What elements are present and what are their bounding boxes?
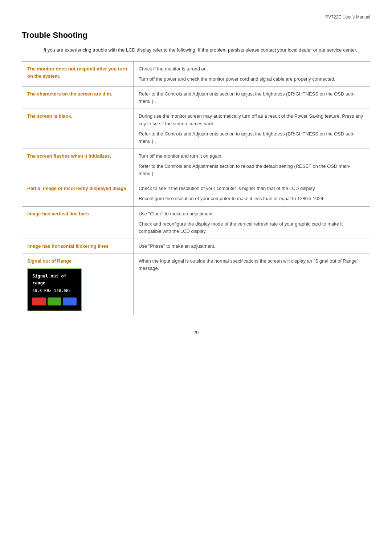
problem-cell-4: Partial image or incorrectly displayed i… <box>22 181 134 206</box>
problem-cell-1: The characters on the screen are dim. <box>22 87 134 109</box>
solution-para: Refer to the Controls and Adjustments se… <box>139 163 365 177</box>
solution-para: Check if the monitor is turned on. <box>139 65 365 73</box>
troubleshooting-table: The monitor does not respond after you t… <box>22 61 370 315</box>
solution-cell-2: During use the monitor screen may automa… <box>133 109 370 149</box>
solution-cell-1: Refer to the Controls and Adjustments se… <box>133 87 370 109</box>
manual-title: PV722E User's Manual <box>325 15 370 20</box>
bar-green <box>48 297 61 305</box>
solution-cell-7: When the input signal is outside the nor… <box>133 254 370 315</box>
problem-cell-2: The screen is blank. <box>22 109 134 149</box>
solution-para: Use "Phase" to make an adjustment. <box>139 243 365 250</box>
page-header: PV722E User's Manual <box>22 15 370 20</box>
intro-paragraph: If you are experiencing trouble with the… <box>44 46 370 54</box>
solution-para: Turn off the monitor and turn it on agai… <box>139 153 365 160</box>
solution-para: When the input signal is outside the nor… <box>139 258 365 272</box>
problem-cell-6: Image has horizontal flickering lines <box>22 239 134 254</box>
problem-cell-3: The screen flashes when it initializes. <box>22 149 134 181</box>
problem-cell-7: Signal out of RangeSignal out of range40… <box>22 254 134 315</box>
solution-cell-5: Use "Clock" to make an adjustment.Check … <box>133 206 370 239</box>
solution-para: During use the monitor screen may automa… <box>139 113 365 127</box>
solution-para: Turn off the power and check the monitor… <box>139 76 365 83</box>
page-number: 29 <box>22 330 370 335</box>
signal-box-title: Signal out of range <box>32 273 77 286</box>
problem-cell-5: Image has vertical line bars <box>22 206 134 239</box>
solution-cell-4: Check to see if the resolution of your c… <box>133 181 370 206</box>
solution-para: Refer to the Controls and Adjustments se… <box>139 90 365 105</box>
bar-blue <box>63 297 77 305</box>
solution-para: Refer to the Controls and Adjustments se… <box>139 130 365 145</box>
solution-para: Reconfigure the resolution of your compu… <box>139 195 365 202</box>
problem-cell-0: The monitor does not respond after you t… <box>22 61 134 86</box>
section-title: Trouble Shooting <box>22 31 370 40</box>
solution-cell-3: Turn off the monitor and turn it on agai… <box>133 149 370 181</box>
solution-para: Check and reconfigure the display mode o… <box>139 220 365 235</box>
solution-cell-0: Check if the monitor is turned on.Turn o… <box>133 61 370 86</box>
solution-para: Check to see if the resolution of your c… <box>139 185 365 192</box>
solution-cell-6: Use "Phase" to make an adjustment. <box>133 239 370 254</box>
solution-para: Use "Clock" to make an adjustment. <box>139 210 365 218</box>
signal-box: Signal out of range40.5 KHz 120.0Hz <box>27 268 82 311</box>
signal-bars <box>32 297 77 305</box>
bar-red <box>32 297 46 305</box>
intro-text: f you are experiencing trouble with the … <box>45 47 358 53</box>
signal-box-freq: 40.5 KHz 120.0Hz <box>32 288 77 294</box>
